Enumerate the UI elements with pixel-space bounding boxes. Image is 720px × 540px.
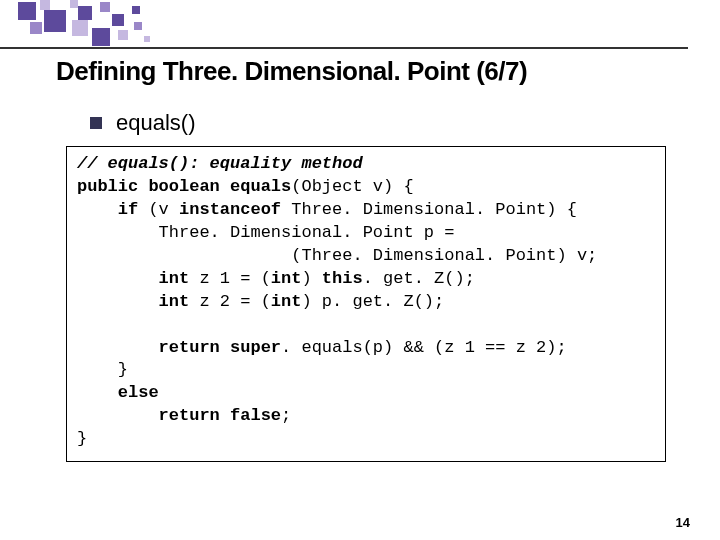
code-text: (Three. Dimensional. Point) v; [77,246,597,265]
title-underline [0,47,688,49]
code-kw: int [77,269,189,288]
code-text: . get. Z(); [363,269,475,288]
code-kw: int [77,292,189,311]
code-kw: return false [77,406,281,425]
decorative-squares [0,0,220,50]
code-text: (v [138,200,179,219]
code-kw: instanceof [179,200,281,219]
code-kw: this [322,269,363,288]
code-text: ) [301,269,321,288]
code-text: } [77,360,128,379]
code-kw: public boolean equals [77,177,291,196]
code-text: Three. Dimensional. Point p = [77,223,454,242]
code-comment: // equals(): equality method [77,154,363,173]
code-kw: return super [77,338,281,357]
code-text: z 1 = ( [189,269,271,288]
bullet-item: equals() [90,110,195,136]
bullet-square-icon [90,117,102,129]
code-block: // equals(): equality method public bool… [66,146,666,462]
code-text: ) p. get. Z(); [301,292,444,311]
code-kw: int [271,292,302,311]
code-text: } [77,429,87,448]
code-kw: int [271,269,302,288]
code-kw: else [77,383,159,402]
bullet-text: equals() [116,110,195,136]
code-text: z 2 = ( [189,292,271,311]
code-text: (Object v) { [291,177,413,196]
code-kw: if [77,200,138,219]
code-text: Three. Dimensional. Point) { [281,200,577,219]
code-text: ; [281,406,291,425]
code-text [77,315,87,334]
slide-title: Defining Three. Dimensional. Point (6/7) [56,56,527,87]
slide-number: 14 [676,515,690,530]
code-text: . equals(p) && (z 1 == z 2); [281,338,567,357]
